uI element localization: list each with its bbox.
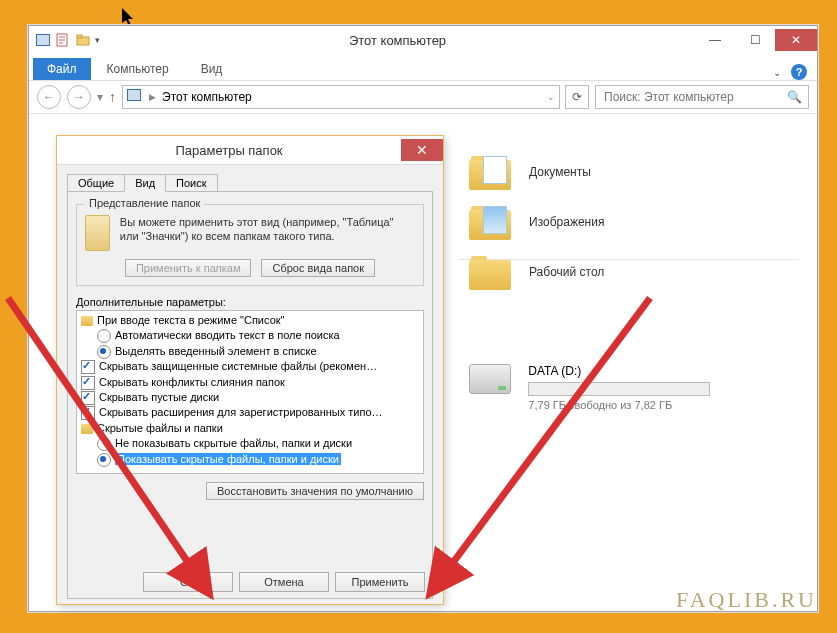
minimize-button[interactable]: — (695, 29, 735, 51)
tree-folder-icon (81, 316, 93, 326)
apply-to-folders-button[interactable]: Применить к папкам (125, 259, 252, 277)
navigation-bar: ← → ▾ ↑ ▶ Этот компьютер ⌄ ⟳ 🔍 (29, 81, 817, 114)
watermark: FAQLIB.RU (676, 587, 817, 613)
radio[interactable] (97, 345, 111, 359)
help-icon[interactable]: ? (791, 64, 807, 80)
ribbon-tabstrip: Файл Компьютер Вид ⌄ ? (29, 54, 817, 81)
tree-node: Скрывать пустые диски (99, 391, 219, 403)
group-legend: Представление папок (85, 197, 204, 209)
advanced-settings-tree[interactable]: При вводе текста в режиме "Список" Автом… (76, 310, 424, 474)
folder-label: Изображения (529, 215, 604, 229)
dialog-tab-view[interactable]: Вид (124, 174, 166, 192)
qat-properties-icon[interactable] (55, 32, 71, 48)
folder-label: Рабочий стол (529, 265, 604, 279)
cancel-button[interactable]: Отмена (239, 572, 329, 592)
checkbox[interactable] (81, 406, 95, 420)
dialog-tab-general[interactable]: Общие (67, 174, 125, 192)
close-button[interactable]: ✕ (775, 29, 817, 51)
apply-button[interactable]: Применить (335, 572, 425, 592)
tree-node: Скрывать расширения для зарегистрированн… (99, 406, 383, 418)
title-bar: ▾ Этот компьютер — ☐ ✕ (29, 26, 817, 54)
checkbox[interactable] (81, 376, 95, 390)
hard-drive-icon (469, 364, 511, 394)
folder-item-pictures[interactable]: Изображения (469, 204, 604, 240)
dialog-title: Параметры папок (57, 143, 401, 158)
folder-item-documents[interactable]: Документы (469, 154, 604, 190)
search-icon[interactable]: 🔍 (787, 90, 802, 104)
advanced-settings-label: Дополнительные параметры: (76, 296, 424, 308)
this-pc-icon (127, 89, 143, 105)
radio[interactable] (97, 437, 111, 451)
folder-options-dialog: Параметры папок ✕ Общие Вид Поиск Предст… (56, 135, 444, 605)
maximize-button[interactable]: ☐ (735, 29, 775, 51)
folder-views-icon (85, 215, 110, 251)
folder-icon (469, 154, 511, 190)
drive-usage-bar (528, 382, 710, 396)
tree-node: При вводе текста в режиме "Список" (97, 314, 284, 326)
tree-node: Скрывать конфликты слияния папок (99, 376, 285, 388)
radio[interactable] (97, 453, 111, 467)
tree-node: Скрытые файлы и папки (97, 422, 223, 434)
radio[interactable] (97, 329, 111, 343)
restore-defaults-button[interactable]: Восстановить значения по умолчанию (206, 482, 424, 500)
tree-node: Автоматически вводить текст в поле поиск… (115, 329, 340, 341)
folder-icon (469, 204, 511, 240)
system-menu-icon[interactable] (35, 32, 51, 48)
checkbox[interactable] (81, 360, 95, 374)
checkbox[interactable] (81, 391, 95, 405)
tree-node-selected: Показывать скрытые файлы, папки и диски (115, 453, 341, 465)
ribbon-tab-computer[interactable]: Компьютер (91, 58, 185, 80)
dialog-close-button[interactable]: ✕ (401, 139, 443, 161)
folder-icon (469, 254, 511, 290)
tree-node: Скрывать защищенные системные файлы (рек… (99, 360, 377, 372)
folder-label: Документы (529, 165, 591, 179)
address-history-dropdown[interactable]: ⌄ (547, 92, 555, 102)
drive-free-space: 7,79 ГБ свободно из 7,82 ГБ (528, 399, 710, 411)
folder-views-text: Вы можете применить этот вид (например, … (120, 215, 415, 251)
window-title: Этот компьютер (100, 33, 695, 48)
tree-node: Не показывать скрытые файлы, папки и дис… (115, 437, 352, 449)
search-input[interactable] (602, 89, 787, 105)
folder-views-group: Представление папок Вы можете применить … (76, 204, 424, 286)
svg-rect-2 (77, 35, 82, 38)
qat-new-folder-icon[interactable] (75, 32, 91, 48)
folder-item-desktop[interactable]: Рабочий стол (469, 254, 604, 290)
up-button[interactable]: ↑ (109, 89, 116, 105)
drive-label: DATA (D:) (528, 364, 710, 378)
address-bar-text: Этот компьютер (162, 90, 252, 104)
drive-item[interactable]: DATA (D:) 7,79 ГБ свободно из 7,82 ГБ (469, 364, 710, 412)
forward-button[interactable]: → (67, 85, 91, 109)
recent-locations-dropdown[interactable]: ▾ (97, 90, 103, 104)
address-bar[interactable]: ▶ Этот компьютер ⌄ (122, 85, 560, 109)
file-tab[interactable]: Файл (33, 58, 91, 80)
ok-button[interactable]: OK (143, 572, 233, 592)
search-box[interactable]: 🔍 (595, 85, 809, 109)
dialog-tab-search[interactable]: Поиск (165, 174, 217, 192)
breadcrumb-separator-icon[interactable]: ▶ (149, 92, 156, 102)
tree-folder-icon (81, 424, 93, 434)
ribbon-tab-view[interactable]: Вид (185, 58, 239, 80)
reset-folder-views-button[interactable]: Сброс вида папок (261, 259, 375, 277)
refresh-button[interactable]: ⟳ (565, 85, 589, 109)
ribbon-expand-icon[interactable]: ⌄ (773, 67, 781, 78)
back-button[interactable]: ← (37, 85, 61, 109)
tree-node: Выделять введенный элемент в списке (115, 345, 317, 357)
